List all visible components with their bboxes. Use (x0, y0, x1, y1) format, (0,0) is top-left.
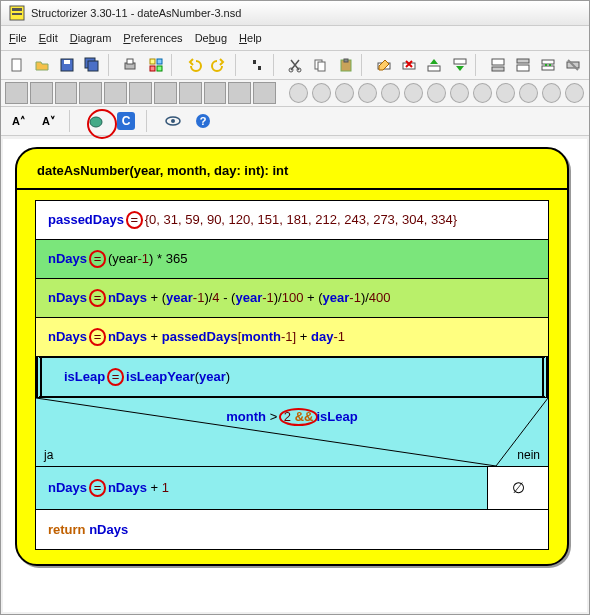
menu-help[interactable]: Help (239, 32, 262, 44)
svg-rect-26 (517, 59, 529, 63)
collapse-button[interactable] (486, 53, 509, 77)
redo-button[interactable] (207, 53, 230, 77)
el-jump[interactable] (204, 82, 227, 104)
svg-rect-25 (492, 67, 504, 71)
move-up-button[interactable] (423, 53, 446, 77)
eye-button[interactable] (161, 109, 185, 133)
menu-file[interactable]: File (9, 32, 27, 44)
row-ndays-month[interactable]: nDays = nDays + passedDays[month-1] + da… (35, 318, 549, 357)
c-style-button[interactable]: C (114, 109, 138, 133)
font-down-button[interactable]: A˅ (37, 109, 61, 133)
cut-button[interactable] (284, 53, 307, 77)
print-button[interactable] (119, 53, 142, 77)
row-ndays-leap[interactable]: nDays = nDays + (year-1)/4 - (year-1)/10… (35, 279, 549, 318)
color-10[interactable] (519, 83, 538, 103)
color-2[interactable] (335, 83, 354, 103)
el-repeat[interactable] (129, 82, 152, 104)
svg-rect-22 (428, 66, 440, 71)
save-all-button[interactable] (81, 53, 104, 77)
branch-then[interactable]: nDays = nDays + 1 (36, 467, 488, 509)
color-5[interactable] (404, 83, 423, 103)
turtle-button[interactable] (84, 109, 108, 133)
cond-text: month > 2 && isLeap (36, 408, 548, 426)
svg-rect-13 (157, 66, 162, 71)
svg-rect-11 (157, 59, 162, 64)
color-0[interactable] (289, 83, 308, 103)
row-ndays-init[interactable]: nDays = (year-1) * 365 (35, 240, 549, 279)
color-12[interactable] (565, 83, 584, 103)
menu-debug[interactable]: Debug (195, 32, 227, 44)
paste-button[interactable] (334, 53, 357, 77)
if-block[interactable]: isLeap = isLeapYear(year) month > 2 && i… (35, 357, 549, 510)
edit-element-button[interactable] (372, 53, 395, 77)
color-7[interactable] (450, 83, 469, 103)
label-ja: ja (44, 448, 53, 462)
color-9[interactable] (496, 83, 515, 103)
svg-rect-29 (542, 66, 554, 70)
label-nein: nein (517, 448, 540, 462)
delete-button[interactable] (397, 53, 420, 77)
svg-rect-3 (12, 59, 21, 71)
svg-rect-28 (542, 60, 554, 64)
color-1[interactable] (312, 83, 331, 103)
svg-rect-7 (88, 61, 98, 71)
svg-rect-24 (492, 59, 504, 65)
c-icon: C (117, 112, 135, 130)
menu-preferences[interactable]: Preferences (123, 32, 182, 44)
menubar: File Edit Diagram Preferences Debug Help (1, 26, 589, 51)
toolbar-elements (1, 80, 589, 107)
window-title: Structorizer 3.30-11 - dateAsNumber-3.ns… (31, 7, 241, 19)
copy-button[interactable] (309, 53, 332, 77)
find-button[interactable] (246, 53, 269, 77)
transmute-button[interactable] (537, 53, 560, 77)
row-isleap-call[interactable]: isLeap = isLeapYear(year) (36, 357, 548, 397)
el-instruction[interactable] (5, 82, 28, 104)
menu-edit[interactable]: Edit (39, 32, 58, 44)
el-parallel[interactable] (228, 82, 251, 104)
svg-rect-27 (517, 65, 529, 71)
el-call[interactable] (179, 82, 202, 104)
new-button[interactable] (5, 53, 28, 77)
el-case[interactable] (55, 82, 78, 104)
color-3[interactable] (358, 83, 377, 103)
canvas[interactable]: dateAsNumber(year, month, day: int): int… (3, 139, 587, 612)
color-6[interactable] (427, 83, 446, 103)
el-if[interactable] (30, 82, 53, 104)
branch-else[interactable]: ∅ (488, 467, 548, 509)
svg-rect-2 (12, 13, 22, 15)
save-button[interactable] (56, 53, 79, 77)
svg-rect-9 (127, 59, 133, 64)
move-down-button[interactable] (448, 53, 471, 77)
svg-rect-10 (150, 59, 155, 64)
row-passedDays[interactable]: passedDays = {0, 31, 59, 90, 120, 151, 1… (35, 200, 549, 240)
svg-rect-12 (150, 66, 155, 71)
app-icon (9, 5, 25, 21)
svg-point-33 (171, 119, 175, 123)
toolbar-view: A˄ A˅ C ? (1, 107, 589, 136)
svg-rect-17 (318, 62, 325, 71)
expand-button[interactable] (511, 53, 534, 77)
color-11[interactable] (542, 83, 561, 103)
app-window: Structorizer 3.30-11 - dateAsNumber-3.ns… (0, 0, 590, 615)
titlebar: Structorizer 3.30-11 - dateAsNumber-3.ns… (1, 1, 589, 26)
open-button[interactable] (30, 53, 53, 77)
color-8[interactable] (473, 83, 492, 103)
arrange-button[interactable] (144, 53, 167, 77)
svg-text:?: ? (200, 115, 207, 127)
if-condition[interactable]: month > 2 && isLeap ja nein (36, 397, 548, 466)
help-button[interactable]: ? (191, 109, 215, 133)
nsd-diagram[interactable]: dateAsNumber(year, month, day: int): int… (15, 147, 569, 566)
row-return[interactable]: return nDays (35, 510, 549, 550)
nsd-header[interactable]: dateAsNumber(year, month, day: int): int (17, 149, 567, 190)
font-up-button[interactable]: A˄ (7, 109, 31, 133)
menu-diagram[interactable]: Diagram (70, 32, 112, 44)
el-while[interactable] (104, 82, 127, 104)
undo-button[interactable] (182, 53, 205, 77)
color-4[interactable] (381, 83, 400, 103)
svg-rect-19 (344, 59, 348, 62)
el-try[interactable] (253, 82, 276, 104)
toolbar-main (1, 51, 589, 80)
el-endless[interactable] (154, 82, 177, 104)
el-for[interactable] (79, 82, 102, 104)
disable-button[interactable] (562, 53, 585, 77)
